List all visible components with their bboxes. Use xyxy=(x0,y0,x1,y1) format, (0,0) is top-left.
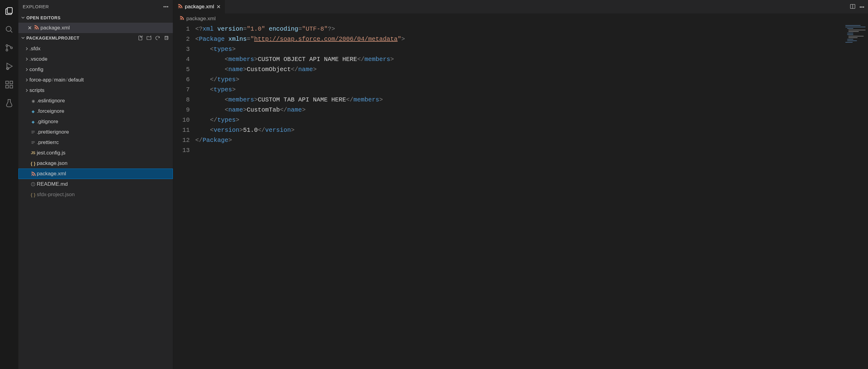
tab-package-xml[interactable]: package.xml ✕ xyxy=(173,0,225,13)
breadcrumb[interactable]: package.xml xyxy=(173,13,868,24)
open-editors-label: OPEN EDITORS xyxy=(26,15,61,20)
lines-icon xyxy=(29,130,37,134)
tab-label: package.xml xyxy=(185,4,214,10)
js-icon: JS xyxy=(29,151,37,155)
tree-folder[interactable]: .sfdx xyxy=(19,43,173,54)
tree-label: .forceignore xyxy=(37,108,64,114)
close-icon[interactable]: ✕ xyxy=(216,4,221,10)
tree-label: config xyxy=(29,66,43,73)
tree-file[interactable]: README.md xyxy=(19,179,173,189)
tree-label: package.json xyxy=(37,160,67,166)
tree-label: .prettierrc xyxy=(37,140,59,146)
svg-point-4 xyxy=(6,49,8,51)
tree-file[interactable]: ◉.eslintignore xyxy=(19,96,173,106)
run-debug-activity-icon[interactable] xyxy=(0,57,19,75)
split-editor-icon[interactable] xyxy=(849,3,856,10)
testing-activity-icon[interactable] xyxy=(0,94,19,112)
tree-file[interactable]: .prettierrc xyxy=(19,137,173,148)
svg-point-26 xyxy=(33,183,33,183)
rss-icon xyxy=(179,16,184,22)
tree-label: jest.config.js xyxy=(37,150,66,156)
tree-folder[interactable]: force-app/main/default xyxy=(19,75,173,85)
tree-file[interactable]: ◆.gitignore xyxy=(19,117,173,127)
svg-rect-11 xyxy=(10,81,13,84)
tree-file[interactable]: .prettierignore xyxy=(19,127,173,137)
chevron-down-icon xyxy=(21,15,25,21)
rss-icon xyxy=(34,25,39,31)
editor-more-icon[interactable]: ••• xyxy=(860,4,864,9)
tree-label: scripts xyxy=(29,87,44,93)
diamond-icon: ◆ xyxy=(29,109,37,114)
chevron-right-icon xyxy=(24,88,29,93)
activity-bar xyxy=(0,0,19,369)
chevron-down-icon xyxy=(21,35,25,41)
tree-label: force-app/main/default xyxy=(29,77,84,83)
refresh-icon[interactable] xyxy=(153,34,162,42)
breadcrumb-label: package.xml xyxy=(186,16,215,22)
project-header-label: PACKAGEXMLPROJECT xyxy=(26,35,80,40)
tree-folder[interactable]: config xyxy=(19,64,173,75)
circle-icon: ◉ xyxy=(29,99,37,103)
lines-icon xyxy=(29,140,37,145)
open-editor-item[interactable]: ✕ package.xml xyxy=(19,23,173,33)
tree-label: .prettierignore xyxy=(37,129,69,135)
sidebar-title-label: EXPLORER xyxy=(23,4,49,9)
search-activity-icon[interactable] xyxy=(0,20,19,39)
chevron-right-icon xyxy=(24,47,29,51)
sidebar-title-row: EXPLORER ••• xyxy=(19,0,173,13)
tree-folder[interactable]: scripts xyxy=(19,85,173,96)
tab-bar: package.xml ✕ ••• xyxy=(173,0,868,13)
code-content[interactable]: <?xml version="1.0" encoding="UTF-8"?><P… xyxy=(195,24,868,369)
file-tree: .sfdx.vscodeconfigforce-app/main/default… xyxy=(19,43,173,201)
svg-rect-10 xyxy=(10,86,13,88)
svg-point-3 xyxy=(6,45,8,47)
tree-file[interactable]: JSjest.config.js xyxy=(19,148,173,158)
rss-icon xyxy=(178,4,182,10)
tree-file[interactable]: { }sfdx-project.json xyxy=(19,189,173,200)
tree-file[interactable]: ◆.forceignore xyxy=(19,106,173,117)
minimap[interactable] xyxy=(844,24,868,61)
tree-label: .gitignore xyxy=(37,119,58,125)
json-icon: { } xyxy=(29,192,37,197)
editor-area: package.xml ✕ ••• package.xml 1234567891… xyxy=(173,0,868,369)
tree-label: sfdx-project.json xyxy=(37,191,75,198)
extensions-activity-icon[interactable] xyxy=(0,75,19,94)
tree-label: .eslintignore xyxy=(37,98,65,104)
chevron-right-icon xyxy=(24,78,29,82)
tree-file[interactable]: package.xml xyxy=(19,168,173,179)
svg-line-2 xyxy=(10,31,12,32)
sidebar-more-icon[interactable]: ••• xyxy=(163,4,168,9)
svg-rect-0 xyxy=(7,8,12,13)
tree-label: .vscode xyxy=(29,56,48,62)
tree-label: package.xml xyxy=(37,171,66,177)
chevron-right-icon xyxy=(24,67,29,72)
svg-marker-6 xyxy=(7,63,12,69)
svg-rect-9 xyxy=(6,86,8,88)
svg-point-1 xyxy=(6,26,11,31)
explorer-sidebar: EXPLORER ••• OPEN EDITORS ✕ package.xml … xyxy=(19,0,173,369)
json-icon: { } xyxy=(29,161,37,166)
close-icon[interactable]: ✕ xyxy=(26,25,34,31)
rss-icon xyxy=(29,171,37,176)
new-file-icon[interactable] xyxy=(136,34,145,42)
chevron-right-icon xyxy=(24,57,29,61)
open-editor-item-label: package.xml xyxy=(40,25,69,31)
info-icon xyxy=(29,182,37,187)
new-folder-icon[interactable] xyxy=(145,34,153,42)
tree-label: .sfdx xyxy=(29,46,40,52)
tree-folder[interactable]: .vscode xyxy=(19,54,173,64)
tree-file[interactable]: { }package.json xyxy=(19,158,173,168)
diamond-icon: ◆ xyxy=(29,120,37,124)
open-editors-header[interactable]: OPEN EDITORS xyxy=(19,13,173,23)
tree-label: README.md xyxy=(37,181,68,187)
collapse-all-icon[interactable] xyxy=(162,34,170,42)
source-control-activity-icon[interactable] xyxy=(0,39,19,57)
line-gutter: 12345678910111213 xyxy=(173,24,195,369)
code-editor[interactable]: 12345678910111213 <?xml version="1.0" en… xyxy=(173,24,868,369)
svg-rect-8 xyxy=(6,81,8,84)
project-header[interactable]: PACKAGEXMLPROJECT xyxy=(19,33,173,43)
explorer-activity-icon[interactable] xyxy=(0,2,19,20)
